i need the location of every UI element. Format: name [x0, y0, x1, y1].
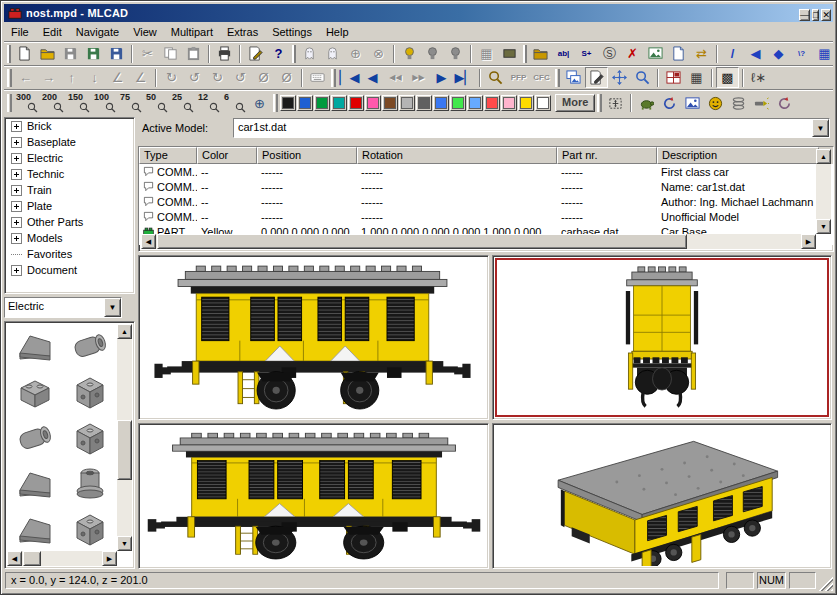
- zoom-12-icon[interactable]: 12: [196, 92, 222, 114]
- column-header-part-nr-[interactable]: Part nr.: [557, 147, 657, 164]
- zoom-6-icon[interactable]: 6: [222, 92, 248, 114]
- menu-view[interactable]: View: [126, 24, 164, 40]
- expand-plus-icon[interactable]: [11, 169, 22, 180]
- minifig-head-icon[interactable]: [704, 93, 727, 114]
- table-horizontal-scrollbar[interactable]: ◀ ▶: [141, 234, 816, 249]
- tree-item-other-parts[interactable]: Other Parts: [5, 214, 134, 230]
- enter-position-icon[interactable]: [306, 67, 329, 88]
- column-header-position[interactable]: Position: [257, 147, 357, 164]
- zoom-75-icon[interactable]: 75: [118, 92, 144, 114]
- column-header-description[interactable]: Description: [657, 147, 819, 164]
- export-picture-icon[interactable]: [681, 93, 704, 114]
- color-bright-blue[interactable]: [433, 95, 449, 111]
- parts-vertical-scrollbar[interactable]: ▲ ▼: [117, 324, 132, 551]
- minimize-button[interactable]: —: [799, 9, 810, 21]
- color-bright-green[interactable]: [450, 95, 466, 111]
- tree-item-brick[interactable]: Brick: [5, 118, 134, 134]
- zoom-300-icon[interactable]: 300: [14, 92, 40, 114]
- scroll-up-icon[interactable]: ▲: [816, 149, 831, 164]
- expand-plus-icon[interactable]: [11, 265, 22, 276]
- tree-item-document[interactable]: Document: [5, 262, 134, 278]
- rotate-x-cw-icon[interactable]: ↻: [160, 67, 183, 88]
- menu-settings[interactable]: Settings: [265, 24, 319, 40]
- color-brown[interactable]: [382, 95, 398, 111]
- light-on-icon[interactable]: [398, 43, 421, 64]
- draw-triangle-icon[interactable]: ◀: [744, 43, 767, 64]
- grid-fine-icon[interactable]: ▩: [716, 67, 739, 88]
- color-red[interactable]: [348, 95, 364, 111]
- ghost-part-icon[interactable]: [298, 43, 321, 64]
- color-dark-gray[interactable]: [416, 95, 432, 111]
- expand-plus-icon[interactable]: [11, 201, 22, 212]
- toolbar-grip[interactable]: [7, 45, 11, 63]
- view-mode-photo-icon[interactable]: [562, 67, 585, 88]
- maximize-button[interactable]: □: [812, 9, 819, 21]
- tree-item-baseplate[interactable]: Baseplate: [5, 134, 134, 150]
- edit-vertices-icon[interactable]: ▦: [813, 43, 836, 64]
- viewport-side-top[interactable]: [138, 255, 489, 420]
- view-zoom-icon[interactable]: [631, 67, 654, 88]
- fit-frame-icon[interactable]: [604, 93, 627, 114]
- expand-plus-icon[interactable]: [11, 153, 22, 164]
- menu-multipart[interactable]: Multipart: [164, 24, 220, 40]
- delete-entry-icon[interactable]: ✗: [621, 43, 644, 64]
- properties-icon[interactable]: [244, 43, 267, 64]
- move-y-pos-icon[interactable]: ↓: [83, 67, 106, 88]
- scrollbar-thumb[interactable]: [23, 551, 41, 566]
- menu-extras[interactable]: Extras: [220, 24, 265, 40]
- expand-plus-icon[interactable]: [11, 121, 22, 132]
- scroll-left-icon[interactable]: ◀: [141, 234, 156, 249]
- add-part-icon[interactable]: [529, 43, 552, 64]
- color-black[interactable]: [280, 95, 296, 111]
- draw-primitive-icon[interactable]: ℓ∗: [747, 67, 770, 88]
- color-light-gray[interactable]: [399, 95, 415, 111]
- close-button[interactable]: ✕: [821, 9, 831, 21]
- viewport-3d[interactable]: [492, 423, 832, 569]
- step-prev-icon[interactable]: ◀: [361, 67, 384, 88]
- table-row[interactable]: COMM...--------------------Author: Ing. …: [139, 194, 833, 209]
- cut-icon[interactable]: ✂: [136, 43, 159, 64]
- part-thumbnail[interactable]: [7, 461, 62, 505]
- column-header-type[interactable]: Type: [139, 147, 197, 164]
- menu-edit[interactable]: Edit: [36, 24, 69, 40]
- save-image-icon[interactable]: [82, 43, 105, 64]
- rotate-z-pos-icon[interactable]: ∠: [106, 67, 129, 88]
- rotate-y-cw-icon[interactable]: ↻: [206, 67, 229, 88]
- save-file-icon[interactable]: [59, 43, 82, 64]
- color-white[interactable]: [535, 95, 551, 111]
- scroll-down-icon[interactable]: ▼: [117, 536, 132, 551]
- toolbar-grip[interactable]: [292, 45, 296, 63]
- viewport-side-bottom[interactable]: [138, 423, 489, 569]
- zoom-50-icon[interactable]: 50: [144, 92, 170, 114]
- light-off-icon[interactable]: [421, 43, 444, 64]
- show-part-icon[interactable]: ⊕: [344, 43, 367, 64]
- toolbar-grip[interactable]: [7, 69, 12, 87]
- context-help-icon[interactable]: ?: [267, 43, 290, 64]
- tree-item-models[interactable]: Models: [5, 230, 134, 246]
- part-thumbnail[interactable]: [7, 324, 62, 368]
- parts-horizontal-scrollbar[interactable]: ◀ ▶: [7, 551, 117, 566]
- draw-condline-icon[interactable]: \?: [790, 43, 813, 64]
- column-header-rotation[interactable]: Rotation: [357, 147, 557, 164]
- color-blue[interactable]: [297, 95, 313, 111]
- coil-icon[interactable]: [727, 93, 750, 114]
- rotate-z-neg-icon[interactable]: ∠: [129, 67, 152, 88]
- viewport-end-active[interactable]: [492, 255, 832, 420]
- paste-icon[interactable]: [182, 43, 205, 64]
- grid-coarse-icon[interactable]: ▦: [685, 67, 708, 88]
- expand-plus-icon[interactable]: [11, 233, 22, 244]
- menu-navigate[interactable]: Navigate: [69, 24, 126, 40]
- view-mode-edit-icon[interactable]: [585, 67, 608, 88]
- tree-item-technic[interactable]: Technic: [5, 166, 134, 182]
- scroll-up-icon[interactable]: ▲: [117, 324, 132, 339]
- more-colors-button[interactable]: More: [555, 94, 595, 112]
- move-y-neg-icon[interactable]: ↑: [60, 67, 83, 88]
- part-thumbnail[interactable]: [62, 461, 117, 505]
- zoom-100-icon[interactable]: 100: [92, 92, 118, 114]
- scroll-right-icon[interactable]: ▶: [801, 234, 816, 249]
- table-row[interactable]: COMM...--------------------Unofficial Mo…: [139, 209, 833, 224]
- rotation-step-icon[interactable]: [773, 93, 796, 114]
- add-picture-icon[interactable]: [644, 43, 667, 64]
- tree-item-electric[interactable]: Electric: [5, 150, 134, 166]
- color-pink[interactable]: [501, 95, 517, 111]
